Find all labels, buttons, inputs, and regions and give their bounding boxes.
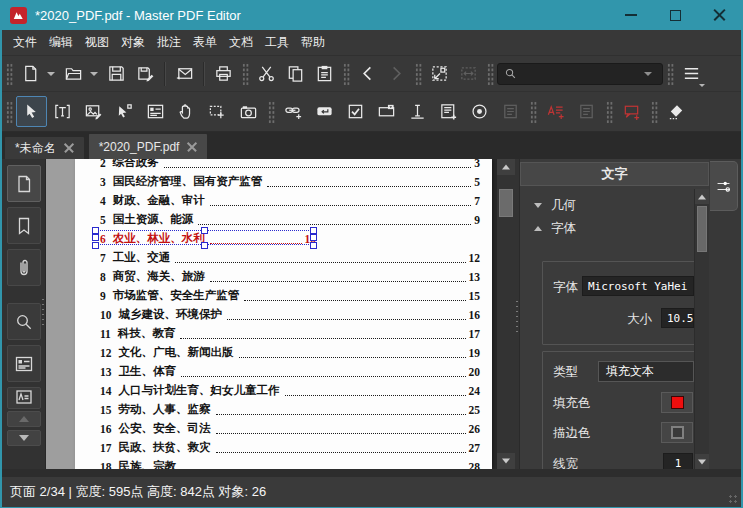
toolbar-grip[interactable] [667,62,674,86]
main-menu-button[interactable] [677,60,706,88]
toc-row[interactable]: 4财政、金融、审计7 [100,191,480,210]
sidebar-properties-partial-button[interactable] [7,387,41,409]
toolbar-grip[interactable] [487,62,494,86]
save-button[interactable] [102,60,131,88]
menu-document[interactable]: 文档 [224,31,258,54]
radio-button-button[interactable] [464,96,495,127]
toc-row[interactable]: 3国民经济管理、国有资产监管5 [100,172,480,191]
select-area-button[interactable] [202,96,233,127]
fill-color-swatch[interactable] [661,392,693,413]
toc-row[interactable]: 2综合政务3 [100,159,480,172]
search-dropdown-caret-icon[interactable] [644,72,652,76]
search-input[interactable] [517,67,644,81]
sidebar-form-fields-button[interactable] [7,345,41,382]
toolbar-grip[interactable] [530,100,537,124]
section-font[interactable]: 字体 [534,218,576,238]
edit-text-button[interactable] [47,96,78,127]
toc-row[interactable]: 16公安、安全、司法26 [100,419,480,438]
toc-row[interactable]: 12文化、广电、新闻出版19 [100,343,480,362]
toc-row[interactable]: 18民族、宗教28 [100,457,480,469]
toc-row-selected[interactable]: 6农业、林业、水利10 [100,229,316,248]
menu-tools[interactable]: 工具 [260,31,294,54]
line-width-field[interactable]: 1 [663,453,693,469]
search-box[interactable] [497,63,663,85]
toolbar-grip[interactable] [343,62,350,86]
font-size-field[interactable]: 10.5 [661,308,694,328]
menu-edit[interactable]: 编辑 [44,31,78,54]
toolbar-grip[interactable] [268,100,275,124]
copy-button[interactable] [281,60,310,88]
link-add-button[interactable] [278,96,309,127]
hand-tool-button[interactable] [171,96,202,127]
pdf-page[interactable]: 2综合政务33国民经济管理、国有资产监管54财政、金融、审计75国土资源、能源9… [75,159,492,469]
toc-row[interactable]: 10城乡建设、环境保护16 [100,305,480,324]
sidebar-bookmarks-button[interactable] [7,207,41,244]
toolbar-grip[interactable] [6,62,13,86]
close-button[interactable] [697,0,741,30]
menu-forms[interactable]: 表单 [188,31,222,54]
email-button[interactable] [170,60,199,88]
menu-object[interactable]: 对象 [116,31,150,54]
toc-row[interactable]: 13卫生、体育20 [100,362,480,381]
back-button[interactable] [353,60,382,88]
selection-handle[interactable] [92,242,99,249]
panel-scroll-down-button[interactable] [695,454,709,469]
open-folder-button[interactable] [59,60,88,88]
scrollbar-thumb[interactable] [499,189,513,217]
toc-row[interactable]: 11科技、教育17 [100,324,480,343]
panel-scrollbar-thumb[interactable] [697,206,707,252]
text-annotation-button[interactable] [540,96,571,127]
paste-button[interactable] [310,60,339,88]
cut-button[interactable] [252,60,281,88]
toc-row[interactable]: 9市场监管、安全生产监管15 [100,286,480,305]
menu-help[interactable]: 帮助 [296,31,330,54]
checkbox-button[interactable] [340,96,371,127]
minimize-button[interactable] [609,0,653,30]
toc-row[interactable]: 8商贸、海关、旅游13 [100,267,480,286]
sidebar-pages-button[interactable] [7,165,41,202]
edit-image-button[interactable] [78,96,109,127]
document-viewport[interactable]: 2综合政务33国民经济管理、国有资产监管54财政、金融、审计75国土资源、能源9… [46,159,496,469]
select-tool-button[interactable] [16,96,47,127]
toc-row[interactable]: 15劳动、人事、监察25 [100,400,480,419]
snapshot-button[interactable] [233,96,264,127]
menu-view[interactable]: 视图 [80,31,114,54]
menu-file[interactable]: 文件 [8,31,42,54]
tab-close-icon[interactable] [64,143,74,153]
save-as-button[interactable] [131,60,160,88]
list-box-button[interactable] [433,96,464,127]
sidebar-scroll-up-button[interactable] [7,411,41,427]
eraser-button[interactable] [661,96,692,127]
font-name-field[interactable]: Microsoft YaHei [582,276,694,296]
toolbar-grip[interactable] [415,62,422,86]
toc-row[interactable]: 5国土资源、能源9 [100,210,480,229]
callout-button[interactable] [616,96,647,127]
panel-scrollbar[interactable] [694,189,709,469]
edit-path-button[interactable] [109,96,140,127]
properties-toggle-tab[interactable] [710,161,738,211]
combo-box-button[interactable] [371,96,402,127]
maximize-button[interactable] [653,0,697,30]
selection-handle[interactable] [92,227,99,234]
toolbar-grip[interactable] [606,100,613,124]
resize-grip[interactable] [728,494,738,504]
selection-handle[interactable] [92,234,99,241]
edit-forms-button[interactable] [140,96,171,127]
type-dropdown[interactable]: 填充文本 [598,361,694,382]
new-document-button[interactable] [16,60,45,88]
scroll-up-button[interactable] [497,159,515,175]
document-scrollbar[interactable] [496,159,515,469]
toc-row[interactable]: 7工业、交通12 [100,248,480,267]
toc-row[interactable]: 17民政、扶贫、救灾27 [100,438,480,457]
sidebar-scroll-down-button[interactable] [7,430,41,446]
fit-window-button[interactable] [425,60,454,88]
stroke-color-swatch[interactable] [661,422,693,443]
open-folder-dropdown-caret-icon[interactable] [90,72,98,76]
panel-scroll-up-button[interactable] [695,189,709,204]
new-document-dropdown-caret-icon[interactable] [47,72,55,76]
push-button-button[interactable] [309,96,340,127]
toolbar-grip[interactable] [242,62,249,86]
toolbar-grip[interactable] [6,100,13,124]
sidebar-search-panel-button[interactable] [7,303,41,340]
tab-close-icon[interactable] [187,142,197,152]
